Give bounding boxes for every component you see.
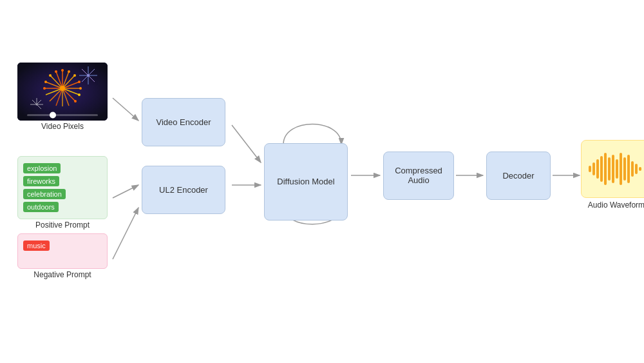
svg-rect-60 xyxy=(600,156,603,182)
video-encoder-label: Video Encoder xyxy=(156,117,211,127)
svg-point-28 xyxy=(68,70,70,73)
negative-prompt-label: Negative Prompt xyxy=(17,270,108,279)
svg-rect-69 xyxy=(635,164,638,174)
positive-prompt-label: Positive Prompt xyxy=(17,221,108,230)
audio-waveform-container: Audio Waveform xyxy=(581,140,644,210)
compressed-audio-box: Compressed Audio xyxy=(383,152,454,200)
positive-prompt-box: explosion fireworks celebration outdoors xyxy=(17,156,108,219)
compressed-audio-label: Compressed Audio xyxy=(384,166,453,185)
svg-rect-58 xyxy=(592,162,595,175)
diffusion-model-label: Diffusion Model xyxy=(277,177,334,186)
svg-point-47 xyxy=(87,74,90,77)
svg-rect-67 xyxy=(627,155,630,183)
svg-point-29 xyxy=(73,74,76,77)
svg-rect-68 xyxy=(631,161,634,177)
audio-waveform-box xyxy=(581,140,644,198)
svg-point-56 xyxy=(50,112,56,118)
svg-line-4 xyxy=(232,125,261,162)
ul2-encoder-label: UL2 Encoder xyxy=(159,185,208,195)
svg-point-54 xyxy=(36,103,38,105)
svg-rect-57 xyxy=(589,166,591,172)
svg-point-32 xyxy=(78,93,80,96)
positive-prompt-container: explosion fireworks celebration outdoors… xyxy=(17,156,108,230)
svg-rect-65 xyxy=(620,153,622,185)
fireworks-svg xyxy=(17,63,108,121)
audio-waveform-label: Audio Waveform xyxy=(581,201,644,210)
svg-point-38 xyxy=(60,86,65,91)
svg-rect-55 xyxy=(27,114,98,116)
svg-point-30 xyxy=(78,81,80,83)
svg-rect-70 xyxy=(639,167,641,171)
decoder-label: Decoder xyxy=(502,171,534,181)
svg-line-3 xyxy=(113,208,138,259)
tag-celebration: celebration xyxy=(23,189,66,199)
svg-rect-61 xyxy=(604,153,607,185)
svg-line-1 xyxy=(113,98,138,121)
video-encoder-box: Video Encoder xyxy=(142,98,225,146)
svg-rect-66 xyxy=(623,157,626,181)
tag-fireworks: fireworks xyxy=(23,176,59,186)
svg-point-37 xyxy=(55,70,57,73)
svg-point-33 xyxy=(74,100,77,103)
negative-prompt-box: music xyxy=(17,233,108,269)
tag-outdoors: outdoors xyxy=(23,202,59,212)
svg-point-36 xyxy=(49,74,52,77)
svg-line-2 xyxy=(113,185,138,198)
video-pixels-container: Video Pixels xyxy=(17,63,108,131)
svg-rect-62 xyxy=(608,157,611,181)
svg-rect-64 xyxy=(616,159,618,179)
diffusion-model-box: Diffusion Model xyxy=(264,143,348,221)
tag-music: music xyxy=(23,240,50,251)
decoder-box: Decoder xyxy=(486,152,551,200)
video-pixels-label: Video Pixels xyxy=(17,122,108,131)
waveform-svg xyxy=(587,150,644,188)
svg-point-27 xyxy=(61,69,64,72)
negative-prompt-container: music Negative Prompt xyxy=(17,233,108,279)
ul2-encoder-box: UL2 Encoder xyxy=(142,166,225,214)
svg-point-35 xyxy=(44,81,47,83)
tag-explosion: explosion xyxy=(23,163,61,173)
diagram-wrapper: Video Pixels explosion fireworks celebra… xyxy=(13,27,631,337)
video-thumbnail xyxy=(17,63,108,121)
svg-point-34 xyxy=(43,87,46,90)
svg-rect-59 xyxy=(596,159,599,179)
svg-point-31 xyxy=(79,87,82,90)
svg-rect-63 xyxy=(612,155,614,183)
